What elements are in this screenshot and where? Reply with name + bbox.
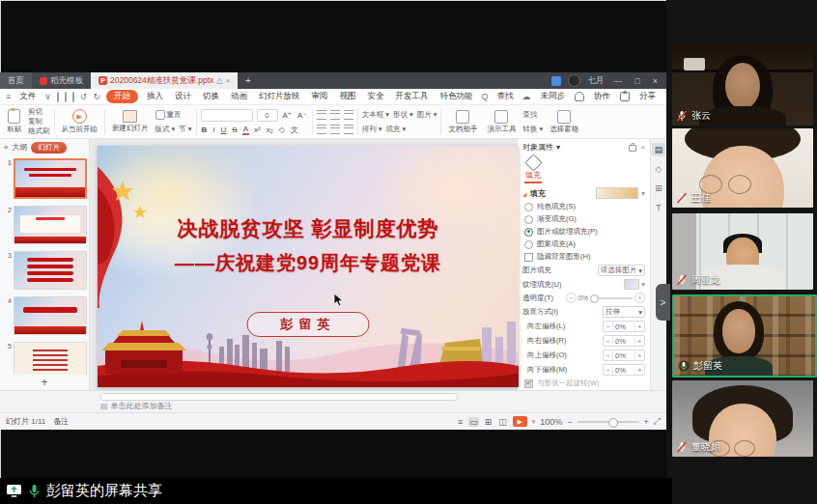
menu-file[interactable]: 文件 (16, 90, 39, 103)
tab-docer[interactable]: 稻壳模板 (32, 72, 91, 89)
outline-tab[interactable]: 大纲 (12, 142, 27, 153)
properties-caret-icon[interactable]: ▾ (556, 143, 560, 152)
lock-icon[interactable] (629, 145, 636, 152)
thumbnail-5[interactable]: 5 (2, 342, 87, 375)
notes-view-icon[interactable]: ≡ (457, 417, 464, 427)
increase-font-icon[interactable]: A⁺ (282, 111, 294, 120)
plus-icon[interactable]: + (634, 322, 644, 331)
reading-view-icon[interactable]: ◫ (497, 417, 508, 427)
collapse-panel-icon[interactable]: « (4, 143, 8, 152)
radio-pattern-fill[interactable]: 图案填充(A) (522, 239, 645, 249)
plus-icon[interactable]: + (634, 337, 644, 346)
tab-document[interactable]: P 20200624精准扶贫党课.pptx △ × (91, 72, 238, 89)
font-family-select[interactable] (201, 109, 253, 122)
participant-video-2[interactable]: 王佳 (672, 128, 813, 208)
indent-icon[interactable] (344, 110, 353, 120)
normal-view-icon[interactable]: ▭ (468, 417, 479, 427)
placement-dropdown[interactable]: 拉伸▾ (603, 306, 645, 318)
close-window-button[interactable]: × (650, 76, 661, 86)
find-button[interactable]: 查找 (522, 110, 543, 120)
slider-knob[interactable] (590, 294, 599, 303)
align-center-icon[interactable] (330, 125, 340, 134)
hamburger-icon[interactable]: ≡ (6, 92, 11, 101)
collab-button[interactable]: 协作 (591, 90, 613, 103)
offset-right-spinner[interactable]: −0%+ (603, 335, 645, 347)
participant-video-5[interactable]: 董晓娟 (672, 380, 813, 457)
participant-video-3[interactable]: 周亚龙 (672, 213, 813, 290)
properties-pane-icon[interactable]: ▤ (652, 143, 665, 156)
doc-assistant-button[interactable]: 文档助手 (445, 107, 480, 136)
ribbon-tab-design[interactable]: 设计 (172, 90, 194, 103)
minus-icon[interactable]: − (604, 322, 613, 331)
thumbnail-2[interactable]: 2 (2, 206, 87, 244)
ribbon-tab-view[interactable]: 视图 (336, 90, 358, 103)
fill-button[interactable]: 填充▾ (385, 125, 406, 134)
zoom-percentage[interactable]: 100% (540, 417, 562, 427)
maximize-button[interactable]: □ (632, 76, 642, 86)
texture-swatch[interactable] (624, 279, 639, 290)
italic-button[interactable]: I (211, 126, 215, 134)
notes-placeholder-row[interactable]: ▤ 单击此处添加备注 (100, 401, 173, 411)
swatch-caret-icon[interactable]: ▾ (641, 189, 645, 198)
horizontal-scrollbar[interactable] (100, 393, 458, 401)
minus-icon[interactable]: − (604, 366, 613, 375)
reset-button[interactable]: 重置 (155, 110, 192, 120)
radio-solid-fill[interactable]: 纯色填充(S) (522, 202, 645, 211)
slide-1[interactable]: 决战脱贫攻坚 彰显制度优势 ——庆祝建党99周年专题党课 彭留英 (98, 146, 519, 387)
copy-button[interactable]: 复制 (28, 117, 50, 126)
account-avatar[interactable] (568, 74, 580, 87)
share-button[interactable]: 分享 (636, 90, 659, 103)
slide-sorter-icon[interactable]: ⊞ (484, 417, 493, 427)
checkbox-hide-background[interactable]: 隐藏背景图形(H) (522, 252, 645, 262)
zoom-slider[interactable] (578, 421, 639, 423)
thumbnail-1[interactable]: 1 (2, 158, 87, 199)
slide-title-block[interactable]: 决战脱贫攻坚 彰显制度优势 ——庆祝建党99周年专题党课 (98, 215, 519, 276)
thumbnail-3[interactable]: 3 (2, 251, 87, 290)
bullet-list-icon[interactable] (317, 110, 326, 120)
align-left-icon[interactable] (317, 125, 326, 134)
plus-icon[interactable]: + (634, 366, 644, 375)
selection-pane-button[interactable]: 选择窗格 (547, 107, 581, 136)
picture-fill-dropdown[interactable]: 请选择图片▾ (598, 265, 645, 276)
ribbon-tab-animation[interactable]: 动画 (228, 90, 250, 103)
slide-canvas[interactable]: 决战脱贫攻坚 彰显制度优势 ——庆祝建党99周年专题党课 彭留英 (90, 139, 517, 390)
ribbon-tab-transition[interactable]: 切换 (200, 90, 222, 103)
transparency-plus-button[interactable]: + (634, 293, 645, 303)
save-icon[interactable] (57, 92, 59, 102)
search-icon[interactable]: Q (481, 92, 488, 101)
minimize-button[interactable]: — (610, 76, 625, 86)
fit-slide-button[interactable]: ⤢ (654, 416, 661, 427)
layers-pane-icon[interactable]: ⊞ (652, 182, 665, 195)
search-label[interactable]: 查找 (493, 90, 516, 103)
undo-icon[interactable]: ↺ (80, 92, 88, 101)
number-list-icon[interactable] (330, 110, 340, 120)
offset-up-spinner[interactable]: −0%+ (603, 350, 645, 361)
close-tab-icon[interactable]: × (225, 76, 230, 85)
radio-gradient-fill[interactable]: 渐变填充(G) (522, 214, 645, 224)
bold-button[interactable]: B (201, 126, 209, 134)
radio-picture-fill[interactable]: 图片或纹理填充(P) (522, 227, 645, 237)
sidebar-collapse-handle[interactable]: > (656, 284, 670, 321)
app-window-icon[interactable] (551, 76, 561, 86)
picture-button[interactable]: 图片▾ (417, 110, 437, 120)
layout-button[interactable]: 版式▾ (155, 125, 176, 134)
clear-format-button[interactable]: ◇ (278, 126, 286, 134)
caret-down-icon[interactable]: ▾ (641, 280, 645, 289)
fill-section-header[interactable]: ◢ 填充 ▾ (522, 187, 645, 199)
section-button[interactable]: 节▾ (179, 125, 191, 134)
close-panel-icon[interactable]: × (640, 143, 645, 152)
play-options-caret[interactable]: ▾ (532, 418, 536, 426)
paste-button[interactable]: 粘贴 (4, 107, 24, 136)
ribbon-tab-insert[interactable]: 插入 (144, 90, 166, 103)
format-painter-button[interactable]: 格式刷 (28, 126, 50, 136)
shape-pane-icon[interactable]: ◇ (652, 162, 665, 176)
zoom-out-button[interactable]: − (567, 417, 572, 427)
minus-icon[interactable]: − (604, 337, 613, 346)
align-right-icon[interactable] (344, 125, 353, 134)
preview-icon[interactable] (72, 92, 74, 102)
minus-icon[interactable]: − (604, 351, 613, 360)
convert-button[interactable]: 转换▾ (522, 125, 543, 134)
arrange-button[interactable]: 排列▾ (362, 125, 382, 134)
redo-icon[interactable]: ↻ (93, 92, 100, 101)
ribbon-tab-review[interactable]: 审阅 (308, 90, 330, 103)
